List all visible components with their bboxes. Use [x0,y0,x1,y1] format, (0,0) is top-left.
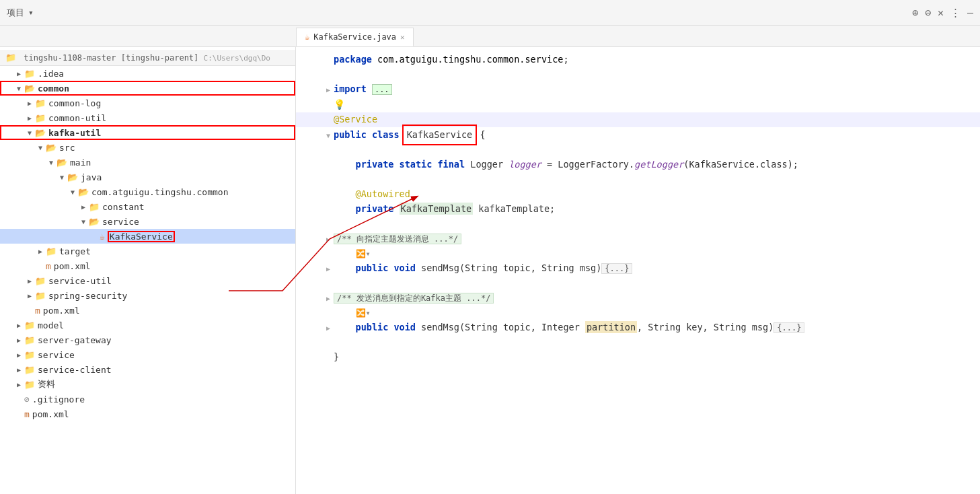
sidebar-item-spring-security[interactable]: ▶ 📁 spring-security [0,288,295,303]
code-line-close: } [296,350,980,365]
sidebar-item-common-util[interactable]: ▶ 📁 common-util [0,110,295,125]
code-editor[interactable]: package com.atguigu.tingshu.common.servi… [296,47,980,494]
sidebar-item-pom-kafka[interactable]: m pom.xml [0,258,295,273]
code-line-empty1 [296,67,980,82]
sidebar-item-label: com.atguigu.tingshu.common [91,187,229,197]
code-line-empty3 [296,172,980,187]
arrow-icon: ▶ [24,114,35,122]
project-root-path: C:\Users\dgq\Do [204,54,270,63]
sidebar-item-java[interactable]: ▼ 📂 java [0,170,295,184]
sidebar-item-label: target [59,246,91,256]
folder-icon: 📁 [24,69,35,79]
arrow-icon: ▶ [24,100,35,107]
code-text [334,276,977,291]
tab-kafkaservice[interactable]: ☕ KafkaService.java ✕ [296,28,414,46]
arrow-icon: ▶ [13,381,24,388]
project-label[interactable]: 项目 [7,7,24,19]
code-text: /** 发送消息到指定的Kafka主题 ...*/ [334,291,977,306]
code-text: package com.atguigu.tingshu.common.servi… [334,52,977,67]
add-icon[interactable]: ⊕ [912,7,918,19]
sidebar-item-kafka-util[interactable]: ▼ 📂 kafka-util [0,125,295,140]
sidebar-item-service-folder[interactable]: ▼ 📂 service [0,214,295,229]
tab-close-button[interactable]: ✕ [400,33,405,42]
sidebar-item-common[interactable]: ▼ 📂 common [0,81,295,96]
sidebar-item-label: service-util [48,276,112,286]
tabbar: ☕ KafkaService.java ✕ [0,26,980,47]
folder-icon: 📁 [35,276,46,286]
arrow-icon: ▼ [24,129,35,137]
arrow-icon: ▶ [13,337,24,344]
folder-icon: 📁 [35,291,46,301]
sidebar-item-src[interactable]: ▼ 📂 src [0,140,295,155]
sidebar-item-label: pom.xml [54,261,91,271]
sidebar-item-pom-common[interactable]: m pom.xml [0,303,295,318]
code-text: 🔀▾ [334,306,977,320]
close-icon[interactable]: ✕ [938,7,944,19]
project-root: 📁 tingshu-1108-master [tingshu-parent] C… [0,50,295,66]
folder-open-icon: 📂 [89,217,100,227]
arrow-icon: ▶ [24,277,35,285]
arrow-icon: ▶ [35,248,46,255]
fold-arrow[interactable]: ▶ [323,323,334,334]
code-text: import ... [334,82,977,97]
code-line-empty4 [296,217,980,232]
sidebar-item-main[interactable]: ▼ 📂 main [0,155,295,170]
sidebar-item-idea[interactable]: ▶ 📁 .idea [0,66,295,81]
toolbar-left: 项目 ▾ [7,7,34,19]
sidebar-item-service[interactable]: ▶ 📁 service [0,347,295,362]
sidebar-item-model[interactable]: ▶ 📁 model [0,318,295,332]
sidebar-item-target[interactable]: ▶ 📁 target [0,244,295,258]
lightbulb-icon[interactable]: 💡 [334,99,345,110]
code-line-sendmsg1: ▶ public void sendMsg(String topic, Stri… [296,261,980,276]
xml-file-icon: m [35,306,40,316]
fold-arrow[interactable]: ▶ [323,293,334,304]
code-text [334,335,977,350]
more-icon[interactable]: ⋮ [950,7,960,19]
sidebar-item-service-util[interactable]: ▶ 📁 service-util [0,273,295,288]
arrow-icon: ▶ [13,366,24,374]
folder-open-icon: 📂 [24,83,35,94]
project-root-label: tingshu-1108-master [tingshu-parent] [24,53,198,63]
sidebar-item-资料[interactable]: ▶ 📁 资料 [0,377,295,392]
collapse-all-icon[interactable]: ⊖ [925,7,931,19]
folder-open-icon: 📂 [56,157,67,168]
arrow-icon: ▼ [56,174,67,181]
minimize-icon[interactable]: — [967,7,973,19]
arrow-icon: ▶ [24,292,35,299]
code-text: 💡 [334,97,977,112]
arrow-icon: ▶ [13,351,24,359]
folder-open-icon: 📂 [67,172,78,182]
java-file-icon: ☕ [100,232,105,242]
sidebar-item-label: KafkaService [108,231,175,242]
sidebar-item-pom-root[interactable]: m pom.xml [0,407,295,421]
folder-icon: 📁 [35,98,46,108]
folder-open-icon: 📂 [78,187,89,197]
code-line-lightbulb: 💡 [296,97,980,112]
sidebar-item-gitignore[interactable]: ⊘ .gitignore [0,392,295,407]
code-text: /** 向指定主题发送消息 ...*/ [334,232,977,246]
code-text: public class KafkaService { [334,127,977,143]
code-line-icon2: 🔀▾ [296,306,980,320]
code-text: private KafkaTemplate kafkaTemplate; [334,202,977,217]
fold-arrow[interactable]: ▼ [323,131,334,141]
code-line-kafka-template: private KafkaTemplate kafkaTemplate; [296,202,980,217]
fold-arrow[interactable]: ▶ [323,234,334,245]
sidebar-item-package[interactable]: ▼ 📂 com.atguigu.tingshu.common [0,184,295,199]
sidebar-item-constant[interactable]: ▶ 📁 constant [0,199,295,214]
code-content: package com.atguigu.tingshu.common.servi… [296,47,980,370]
sidebar-item-service-client[interactable]: ▶ 📁 service-client [0,362,295,377]
sidebar-item-label: pom.xml [32,409,69,419]
folder-open-icon: 📂 [46,143,56,153]
code-text: public void sendMsg(String topic, Intege… [334,320,977,335]
sidebar-item-label: constant [102,202,145,212]
chevron-down-icon[interactable]: ▾ [28,7,34,17]
git-icon: ⊘ [24,394,30,404]
fold-arrow[interactable]: ▶ [323,85,334,96]
sidebar-item-common-log[interactable]: ▶ 📁 common-log [0,96,295,110]
code-line-autowired: @Autowired [296,187,980,202]
sidebar-item-kafkaservice[interactable]: ☕ KafkaService [0,229,295,244]
sidebar-item-server-gateway[interactable]: ▶ 📁 server-gateway [0,332,295,347]
code-text: private static final Logger logger = Log… [334,157,977,172]
fold-arrow[interactable]: ▶ [323,264,334,275]
code-text: } [334,350,977,365]
